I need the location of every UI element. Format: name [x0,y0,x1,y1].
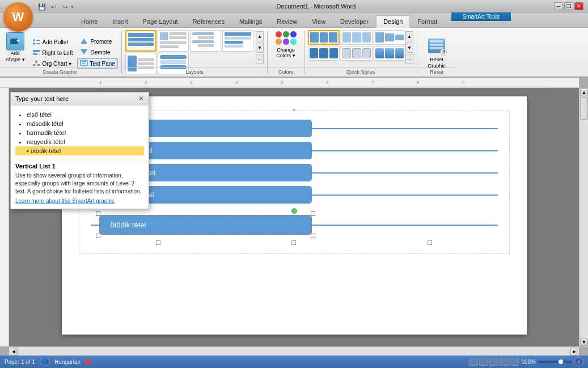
layout-thumb-4[interactable] [222,30,253,52]
zoom-percent: 100% [521,359,536,365]
tab-mailings[interactable]: Mailings [232,15,269,27]
tab-page-layout[interactable]: Page Layout [136,15,185,27]
horizontal-ruler: 1 2 3 4 5 6 7 8 9 [0,78,579,88]
colors-group-label: Colors [266,67,305,75]
qs-scroll-more[interactable]: ⋯ [405,54,413,64]
handle-tr[interactable] [311,212,315,216]
tab-review[interactable]: Review [269,15,304,27]
svg-rect-5 [36,43,40,44]
tab-insert[interactable]: Insert [105,15,136,27]
view-button-4[interactable] [500,358,509,366]
smartart-resize-middle[interactable] [91,208,498,214]
layout-scroll-up[interactable]: ▲ [256,31,264,41]
org-chart-label: Org Chart ▾ [43,61,72,67]
text-pane-icon [80,60,88,67]
quick-style-6[interactable] [374,46,405,61]
tab-home[interactable]: Home [74,15,105,27]
scroll-up-button[interactable]: ▲ [580,88,588,96]
text-pane-item-3[interactable]: harmadik tétel [27,128,144,137]
tab-format[interactable]: Format [410,15,445,27]
layout-thumb-1[interactable] [125,30,156,52]
vertical-ruler [0,88,9,346]
language-flag[interactable]: 🔵 [40,358,50,366]
text-pane-item-5[interactable]: ötödik tétel [15,146,144,155]
add-shape-button[interactable]: + AddShape ▾ [2,30,28,65]
text-pane-item-2[interactable]: második tétel [27,119,144,128]
org-chart-button[interactable]: Org Chart ▾ [29,59,75,68]
close-button[interactable]: ✕ [574,2,583,10]
smartart-box-5[interactable]: ötödik tétel [99,215,312,235]
vertical-scrollbar[interactable]: ▲ ▼ [579,88,588,346]
tab-view[interactable]: View [304,15,333,27]
svg-marker-13 [81,39,87,44]
promote-button[interactable]: Promote [77,37,117,46]
zoom-slider-thumb[interactable] [559,359,563,364]
text-pane-item-4[interactable]: negyedik tétel [27,137,144,146]
handle-bottom-2[interactable] [291,240,296,245]
change-colors-label: ChangeColors ▾ [276,47,295,58]
quick-style-3[interactable] [374,30,405,45]
layout-scroll-more[interactable]: ⋯ [256,54,264,64]
connector-left-5 [91,225,99,226]
reset-group: ↺ ResetGraphic Reset [418,29,455,77]
quick-style-4[interactable] [308,46,340,61]
handle-bottom-1[interactable] [156,240,160,245]
right-to-left-button[interactable]: ← Right to Left [29,48,75,57]
layout-thumb-2[interactable] [158,30,189,52]
add-bullet-button[interactable]: Add Bullet [29,37,75,46]
text-pane-close-button[interactable]: ✕ [138,95,144,103]
scroll-thumb[interactable] [580,97,588,120]
svg-marker-14 [81,49,87,54]
scroll-right-button[interactable]: ► [570,348,578,356]
smartart-resize-handle-top[interactable] [293,109,295,111]
change-colors-button[interactable]: ChangeColors ▾ Colors [269,29,303,77]
qs-scroll-down[interactable]: ▼ [405,43,413,53]
text-pane-item-1[interactable]: első tétel [27,110,144,119]
smartart-item-4: negyedik tétel [91,186,498,204]
handle-tl[interactable] [96,212,100,216]
save-qat-button[interactable]: 💾 [37,2,47,11]
qs-scroll-up[interactable]: ▲ [405,31,413,41]
smartart-bottom-handles [91,240,498,245]
text-pane-learn-more-link[interactable]: Learn more about this SmartArt graphic [15,198,144,204]
add-bullet-icon [32,38,41,46]
view-button-5[interactable] [510,358,519,366]
add-bullet-label: Add Bullet [43,39,69,45]
scroll-left-button[interactable]: ◄ [10,348,18,356]
reset-graphic-button[interactable]: ↺ ResetGraphic [423,34,450,71]
sep4 [417,31,417,74]
view-button-3[interactable] [489,358,498,366]
quick-style-1[interactable] [308,30,340,45]
svg-point-4 [33,43,35,45]
office-button[interactable]: W [3,2,33,32]
svg-text:+: + [16,37,20,44]
restore-button[interactable]: ❐ [564,2,573,10]
svg-text:4: 4 [235,80,238,85]
layout-scroll-down[interactable]: ▼ [256,43,264,53]
view-button-2[interactable] [479,358,488,366]
zoom-slider[interactable] [538,361,572,363]
zoom-in-button[interactable]: + [574,357,583,366]
handle-br[interactable] [311,234,315,238]
tab-design[interactable]: Design [376,15,410,28]
undo-qat-button[interactable]: ↩ [48,2,58,11]
ribbon-content: + AddShape ▾ Add Bullet ← Right to Left [0,28,588,78]
tab-developer[interactable]: Developer [333,15,376,27]
redo-qat-button[interactable]: ↪ [60,2,70,11]
horizontal-scrollbar[interactable]: ◄ ► [9,346,579,356]
text-pane-items-list: első tétel második tétel harmadik tétel … [15,110,144,155]
smartart-item-2: második tétel [91,142,498,159]
text-pane-separator [15,159,144,159]
tab-references[interactable]: References [185,15,232,27]
handle-bl[interactable] [96,234,100,238]
quick-style-5[interactable] [341,46,373,61]
minimize-button[interactable]: ─ [554,2,563,10]
handle-bottom-3[interactable] [428,240,432,245]
svg-rect-3 [36,40,40,41]
view-button-1[interactable] [469,358,478,366]
quick-style-2[interactable] [341,30,373,45]
create-graphic-group: + AddShape ▾ Add Bullet ← Right to Left [0,29,120,77]
demote-button[interactable]: Demote [77,48,117,57]
scroll-down-button[interactable]: ▼ [580,338,588,346]
layout-thumb-3[interactable] [190,30,221,52]
